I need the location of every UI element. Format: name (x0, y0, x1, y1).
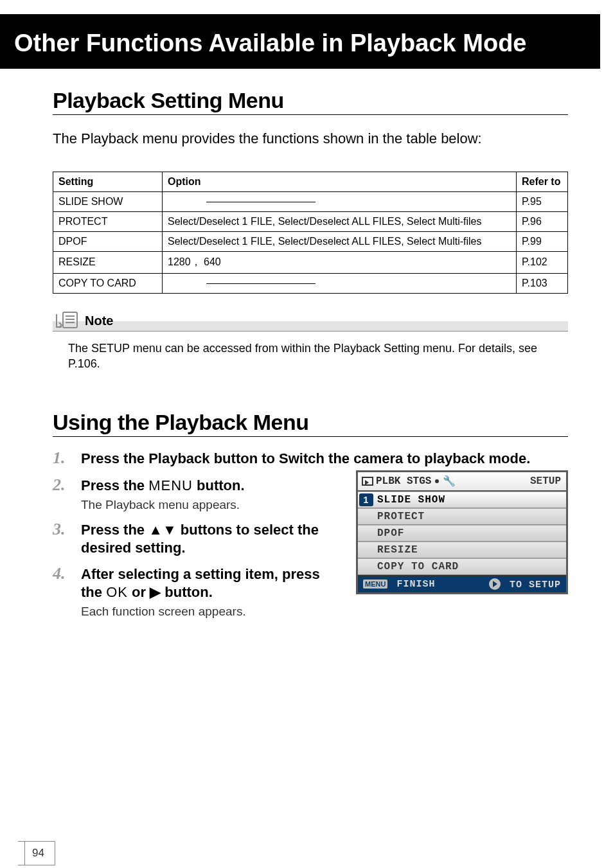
step-title: Press the Playback button to Switch the … (81, 450, 568, 468)
lcd-menu-list: 1 SLIDE SHOW PROTECT DPOF RESIZE COPY TO… (358, 492, 566, 575)
text: Press the (81, 522, 148, 538)
cell-option (163, 273, 517, 293)
lcd-menu-button-icon: MENU (363, 580, 387, 589)
cell-ref: P.102 (517, 251, 568, 273)
chapter-title: Other Functions Available in Playback Mo… (14, 30, 587, 57)
section-heading-using-playback-menu: Using the Playback Menu (53, 410, 568, 437)
cell-ref: P.99 (517, 231, 568, 251)
lcd-bottom-bar: MENU FINISH TO SETUP (358, 575, 566, 592)
table-row: COPY TO CARD P.103 (53, 273, 568, 293)
cell-setting: DPOF (53, 231, 163, 251)
table-row: DPOF Select/Deselect 1 FILE, Select/Dese… (53, 231, 568, 251)
lcd-item-label: DPOF (377, 527, 404, 539)
lcd-tab-label: PLBK STGS (376, 475, 431, 487)
playback-tab-icon (362, 477, 373, 486)
wrench-icon: 🔧 (443, 475, 456, 488)
dot-icon (435, 479, 439, 483)
step-subtext: Each function screen appears. (81, 605, 337, 619)
note-icon (54, 310, 80, 330)
note-bar: Note (53, 309, 568, 332)
lcd-tab-bar: PLBK STGS 🔧 SETUP (358, 472, 566, 492)
text: button. (193, 477, 245, 493)
cell-option: Select/Deselect 1 FILE, Select/Deselect … (163, 211, 517, 231)
step-1: 1. Press the Playback button to Switch t… (53, 450, 568, 468)
text: or (128, 584, 150, 600)
chapter-banner: Other Functions Available in Playback Mo… (0, 14, 600, 69)
lcd-setup-label: SETUP (530, 475, 561, 487)
section-heading-playback-setting-menu: Playback Setting Menu (53, 88, 568, 115)
cell-ref: P.96 (517, 211, 568, 231)
table-header-refer: Refer to (517, 172, 568, 191)
lcd-menu-item: DPOF (358, 525, 566, 542)
section-intro: The Playback menu provides the functions… (53, 129, 568, 148)
lcd-menu-item: PROTECT (358, 508, 566, 525)
lcd-item-label: RESIZE (377, 544, 418, 556)
lcd-menu-item: 1 SLIDE SHOW (358, 492, 566, 508)
lcd-menu-item: RESIZE (358, 542, 566, 558)
note-label: Note (85, 314, 113, 330)
text: button. (161, 584, 213, 600)
step-title: Press the ▲▼ buttons to select the desir… (81, 521, 337, 556)
table-row: SLIDE SHOW P.95 (53, 191, 568, 211)
cell-setting: COPY TO CARD (53, 273, 163, 293)
lcd-selection-marker: 1 (359, 493, 373, 506)
ok-button-label: OK (106, 584, 128, 600)
step-4: 4. After selecting a setting item, press… (53, 565, 337, 619)
settings-table: Setting Option Refer to SLIDE SHOW P.95 … (53, 172, 568, 294)
step-number: 3. (53, 521, 69, 538)
step-number: 2. (53, 477, 69, 493)
table-header-setting: Setting (53, 172, 163, 191)
step-subtext: The Playback menu appears. (81, 498, 337, 512)
text: Press the (81, 477, 148, 493)
dash-icon (206, 202, 315, 202)
cell-option (163, 191, 517, 211)
lcd-item-label: SLIDE SHOW (377, 494, 445, 506)
lcd-item-label: PROTECT (377, 511, 425, 522)
cell-ref: P.103 (517, 273, 568, 293)
camera-lcd-screenshot: PLBK STGS 🔧 SETUP 1 SLIDE SHOW PROTECT D… (356, 470, 568, 594)
table-row: RESIZE 1280， 640 P.102 (53, 251, 568, 273)
cell-setting: RESIZE (53, 251, 163, 273)
step-number: 4. (53, 565, 69, 582)
dash-icon (206, 283, 315, 284)
lcd-menu-item: COPY TO CARD (358, 558, 566, 575)
step-title: Press the MENU button. (81, 477, 337, 495)
lcd-right-circle-icon (489, 578, 501, 590)
lcd-item-label: COPY TO CARD (377, 561, 459, 572)
cell-ref: P.95 (517, 191, 568, 211)
lcd-to-setup-label: TO SETUP (510, 580, 561, 590)
cell-setting: PROTECT (53, 211, 163, 231)
down-arrow-icon: ▼ (163, 522, 177, 538)
step-number: 1. (53, 450, 69, 466)
page-number: 94 (18, 841, 55, 865)
table-row: PROTECT Select/Deselect 1 FILE, Select/D… (53, 211, 568, 231)
up-arrow-icon: ▲ (148, 522, 163, 538)
table-header-option: Option (163, 172, 517, 191)
cell-option: 1280， 640 (163, 251, 517, 273)
lcd-finish-label: FINISH (396, 579, 435, 590)
menu-button-label: MENU (148, 477, 193, 493)
right-arrow-icon: ▶ (150, 584, 161, 600)
step-title: After selecting a setting item, press th… (81, 565, 337, 601)
note-text: The SETUP menu can be accessed from with… (68, 341, 568, 372)
cell-setting: SLIDE SHOW (53, 191, 163, 211)
step-2: 2. Press the MENU button. The Playback m… (53, 477, 337, 513)
step-3: 3. Press the ▲▼ buttons to select the de… (53, 521, 337, 556)
cell-option: Select/Deselect 1 FILE, Select/Deselect … (163, 231, 517, 251)
